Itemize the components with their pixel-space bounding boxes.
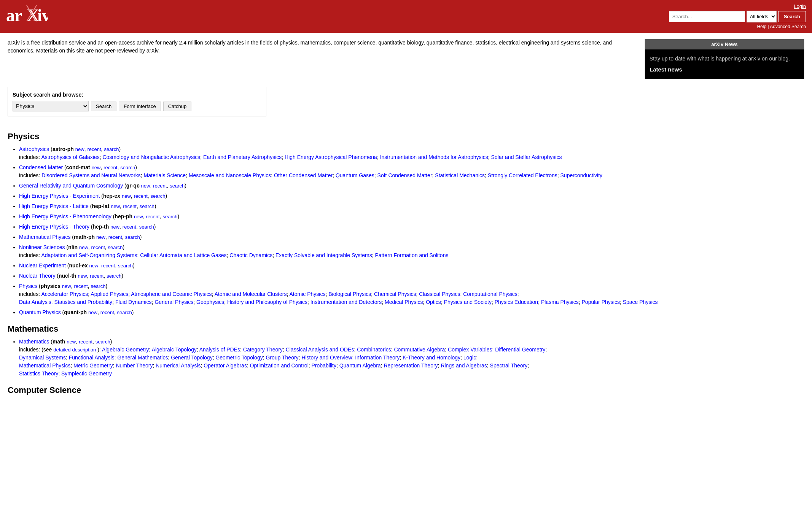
- nucl-ex-new[interactable]: new: [89, 263, 98, 269]
- list-item: Astrophysics (astro-ph new, recent, sear…: [19, 145, 804, 161]
- math-code: math: [53, 339, 65, 345]
- nlin-link[interactable]: Nonlinear Sciences: [19, 244, 65, 250]
- nucl-ex-recent[interactable]: recent: [101, 263, 115, 269]
- hep-ex-new[interactable]: new: [122, 193, 131, 199]
- hep-ex-code: hep-ex: [103, 193, 120, 199]
- hep-lat-link[interactable]: High Energy Physics - Lattice: [19, 203, 89, 209]
- intro-paragraph: arXiv is a free distribution service and…: [8, 39, 637, 55]
- quant-ph-recent[interactable]: recent: [100, 310, 114, 315]
- physics-code: physics: [41, 283, 61, 289]
- hep-ex-recent[interactable]: recent: [134, 193, 148, 199]
- cond-mat-new[interactable]: new: [92, 165, 101, 170]
- gr-qc-new[interactable]: new: [141, 183, 150, 189]
- physics-includes: Accelerator Physics; Applied Physics; At…: [19, 291, 658, 305]
- hep-ex-link[interactable]: High Energy Physics - Experiment: [19, 193, 100, 199]
- astrophysics-link[interactable]: Astrophysics: [19, 146, 49, 152]
- astro-ph-new[interactable]: new: [75, 146, 84, 152]
- math-ph-recent[interactable]: recent: [108, 234, 122, 240]
- gr-qc-link[interactable]: General Relativity and Quantum Cosmology: [19, 183, 123, 189]
- hep-ex-search[interactable]: search: [151, 193, 166, 199]
- condensed-matter-link[interactable]: Condensed Matter: [19, 164, 63, 170]
- computer-science-heading: Computer Science: [8, 385, 804, 395]
- help-link[interactable]: Help: [757, 24, 766, 29]
- cond-mat-code: cond-mat: [66, 164, 90, 170]
- hep-th-new[interactable]: new: [110, 224, 119, 230]
- gr-qc-search[interactable]: search: [170, 183, 185, 189]
- list-item: Mathematical Physics (math-ph new, recen…: [19, 233, 804, 241]
- physics-includes-label: includes:: [19, 291, 40, 297]
- search-row: All fields Title Author Abstract Subject…: [669, 11, 806, 22]
- logo-area: ar X iv: [6, 3, 48, 30]
- subject-select[interactable]: Physics Mathematics Computer Science Qua…: [13, 101, 89, 111]
- quant-ph-link[interactable]: Quantum Physics: [19, 309, 61, 315]
- hep-ph-new[interactable]: new: [134, 214, 143, 219]
- nucl-ex-search[interactable]: search: [118, 263, 133, 269]
- cond-mat-recent[interactable]: recent: [103, 165, 117, 170]
- physics-search[interactable]: search: [91, 283, 105, 289]
- math-ph-search[interactable]: search: [125, 234, 140, 240]
- subject-search-button[interactable]: Search: [91, 102, 116, 111]
- list-item: High Energy Physics - Lattice (hep-lat n…: [19, 202, 804, 210]
- hep-th-recent[interactable]: recent: [123, 224, 136, 230]
- astro-includes: Astrophysics of Galaxies; Cosmology and …: [41, 154, 562, 160]
- header: ar X iv Login All fields Title Author Ab…: [0, 0, 812, 33]
- nlin-recent[interactable]: recent: [91, 245, 105, 250]
- catchup-button[interactable]: Catchup: [163, 102, 191, 111]
- logo: ar X iv: [6, 3, 48, 30]
- hep-ph-code: hep-ph: [115, 213, 132, 219]
- quant-ph-search[interactable]: search: [117, 310, 132, 315]
- nucl-th-new[interactable]: new: [78, 273, 87, 279]
- math-ph-code: math-ph: [74, 234, 95, 240]
- svg-text:iv: iv: [37, 6, 48, 25]
- svg-text:ar: ar: [6, 6, 22, 25]
- nlin-new[interactable]: new: [79, 245, 88, 250]
- advanced-search-link[interactable]: Advanced Search: [770, 24, 806, 29]
- hep-th-search[interactable]: search: [139, 224, 154, 230]
- hep-ph-link[interactable]: High Energy Physics - Phenomenology: [19, 213, 111, 219]
- cond-mat-search[interactable]: search: [120, 165, 135, 170]
- nucl-th-code: nucl-th: [59, 273, 76, 279]
- math-detailed-link[interactable]: detailed description: [53, 347, 96, 353]
- nucl-th-link[interactable]: Nuclear Theory: [19, 273, 55, 279]
- astro-ph-search[interactable]: search: [104, 146, 119, 152]
- search-input[interactable]: [669, 11, 745, 22]
- physics-recent[interactable]: recent: [74, 283, 88, 289]
- list-item: Nuclear Theory (nucl-th new, recent, sea…: [19, 272, 804, 280]
- news-latest-link[interactable]: Latest news: [650, 66, 799, 73]
- hep-lat-recent[interactable]: recent: [123, 203, 137, 209]
- math-search[interactable]: search: [96, 339, 110, 345]
- math-ph-link[interactable]: Mathematical Physics: [19, 234, 70, 240]
- gr-qc-recent[interactable]: recent: [153, 183, 167, 189]
- math-new[interactable]: new: [67, 339, 76, 345]
- hep-th-link[interactable]: High Energy Physics - Theory: [19, 224, 89, 230]
- mathematics-link[interactable]: Mathematics: [19, 339, 49, 345]
- physics-heading: Physics: [8, 132, 804, 141]
- physics-new[interactable]: new: [62, 283, 71, 289]
- nlin-search[interactable]: search: [108, 245, 123, 250]
- math-ph-new[interactable]: new: [96, 234, 105, 240]
- subject-controls: Physics Mathematics Computer Science Qua…: [13, 101, 261, 111]
- list-item: Condensed Matter (cond-mat new, recent, …: [19, 164, 804, 180]
- top-section: arXiv is a free distribution service and…: [8, 39, 804, 79]
- login-link[interactable]: Login: [794, 3, 806, 9]
- search-button[interactable]: Search: [778, 11, 806, 22]
- list-item: Mathematics (math new, recent, search) i…: [19, 338, 804, 378]
- hep-lat-new[interactable]: new: [111, 203, 120, 209]
- physics-link[interactable]: Physics: [19, 283, 37, 289]
- hep-lat-search[interactable]: search: [140, 203, 154, 209]
- nucl-th-recent[interactable]: recent: [90, 273, 103, 279]
- nucl-th-search[interactable]: search: [107, 273, 121, 279]
- astrophysics-code: astro-ph: [53, 146, 74, 152]
- hep-ph-recent[interactable]: recent: [146, 214, 160, 219]
- field-select[interactable]: All fields Title Author Abstract Subject: [747, 11, 777, 22]
- nucl-ex-link[interactable]: Nuclear Experiment: [19, 262, 66, 269]
- math-recent[interactable]: recent: [79, 339, 92, 345]
- news-box: arXiv News Stay up to date with what is …: [645, 39, 804, 79]
- nlin-includes: Adaptation and Self-Organizing Systems; …: [41, 252, 448, 258]
- quant-ph-new[interactable]: new: [88, 310, 97, 315]
- mathematics-heading: Mathematics: [8, 324, 804, 334]
- astro-ph-recent[interactable]: recent: [87, 146, 101, 152]
- list-item: High Energy Physics - Theory (hep-th new…: [19, 223, 804, 231]
- form-interface-button[interactable]: Form Interface: [119, 102, 161, 111]
- hep-ph-search[interactable]: search: [162, 214, 177, 219]
